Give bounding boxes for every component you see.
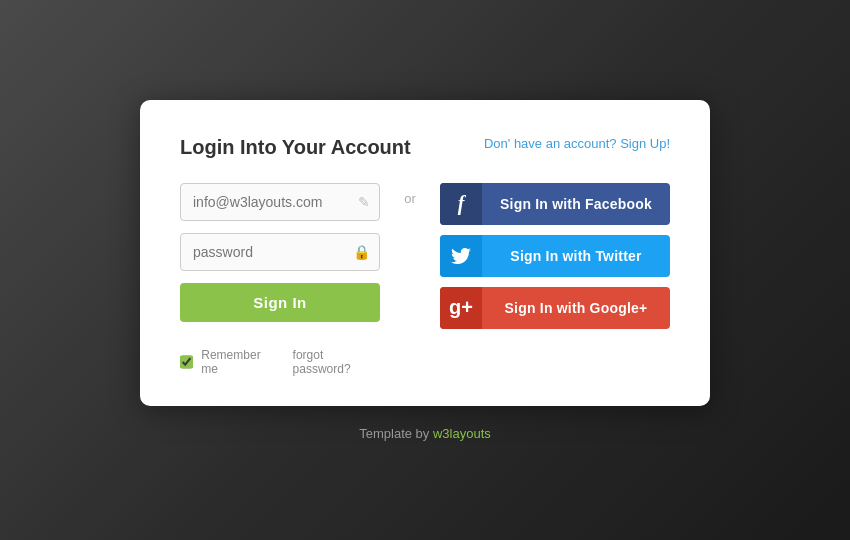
lock-icon: 🔒 <box>353 244 370 260</box>
signin-button[interactable]: Sign In <box>180 283 380 322</box>
remember-checkbox[interactable] <box>180 355 193 369</box>
password-wrapper: 🔒 <box>180 233 380 271</box>
twitter-signin-button[interactable]: Sign In with Twitter <box>440 235 670 277</box>
footer-text: Template by <box>359 426 433 441</box>
card-body: ✎ 🔒 Sign In Remember me forgot password?… <box>180 183 670 376</box>
twitter-label: Sign In with Twitter <box>482 248 670 264</box>
google-icon: g+ <box>440 287 482 329</box>
twitter-icon <box>440 235 482 277</box>
or-divider: or <box>400 183 420 206</box>
user-icon: ✎ <box>358 194 370 210</box>
card-title: Login Into Your Account <box>180 136 411 159</box>
footer-brand[interactable]: w3layouts <box>433 426 491 441</box>
facebook-label: Sign In with Facebook <box>482 196 670 212</box>
left-column: ✎ 🔒 Sign In Remember me forgot password? <box>180 183 380 376</box>
email-wrapper: ✎ <box>180 183 380 221</box>
signup-link[interactable]: Don' have an account? Sign Up! <box>484 136 670 151</box>
bottom-row: Remember me forgot password? <box>180 348 380 376</box>
card-header: Login Into Your Account Don' have an acc… <box>180 136 670 159</box>
footer: Template by w3layouts <box>359 426 491 441</box>
facebook-icon: f <box>440 183 482 225</box>
email-input[interactable] <box>180 183 380 221</box>
google-signin-button[interactable]: g+ Sign In with Google+ <box>440 287 670 329</box>
forgot-password-link[interactable]: forgot password? <box>293 348 380 376</box>
facebook-signin-button[interactable]: f Sign In with Facebook <box>440 183 670 225</box>
right-column: f Sign In with Facebook Sign In with Twi… <box>440 183 670 329</box>
google-label: Sign In with Google+ <box>482 300 670 316</box>
remember-label: Remember me <box>201 348 276 376</box>
password-input[interactable] <box>180 233 380 271</box>
login-card: Login Into Your Account Don' have an acc… <box>140 100 710 406</box>
